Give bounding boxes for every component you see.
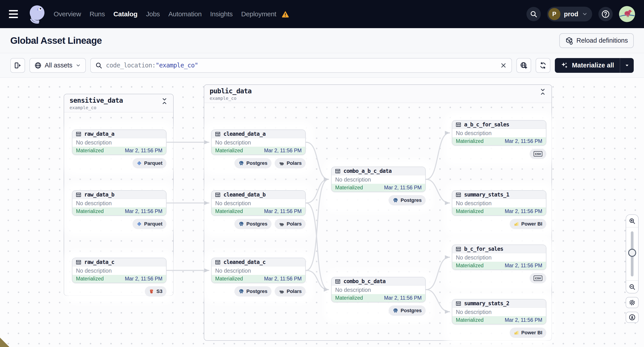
- table-icon: [76, 192, 82, 198]
- tag-row: Power BI: [452, 328, 546, 338]
- status-timestamp[interactable]: Mar 2, 11:56 PM: [505, 138, 542, 144]
- asset-node-summary_stats_2[interactable]: summary_stats_2 No description Materiali…: [452, 299, 546, 325]
- tag-polars[interactable]: Polars: [275, 158, 306, 168]
- edge-combo_b_c_data-b_c_for_sales: [426, 257, 450, 290]
- nav-catalog[interactable]: Catalog: [113, 10, 138, 18]
- table-icon: [456, 122, 462, 128]
- refresh-button[interactable]: [536, 58, 550, 73]
- tag-postgres[interactable]: Postgres: [234, 219, 272, 229]
- zoom-slider[interactable]: [626, 227, 638, 281]
- tag-csv[interactable]: csv: [530, 273, 546, 283]
- postgres-icon: [238, 160, 244, 166]
- tag-row: S3: [72, 286, 166, 297]
- tag-postgres[interactable]: Postgres: [234, 286, 272, 297]
- environment-switcher[interactable]: P prod: [547, 7, 592, 21]
- tag-row: Postgres Polars: [211, 158, 306, 168]
- nav-runs[interactable]: Runs: [90, 10, 105, 18]
- status-timestamp[interactable]: Mar 2, 11:56 PM: [384, 185, 422, 191]
- status-timestamp[interactable]: Mar 2, 11:56 PM: [264, 276, 302, 282]
- status-timestamp[interactable]: Mar 2, 11:56 PM: [505, 208, 542, 214]
- tag-postgres[interactable]: Postgres: [234, 158, 272, 168]
- tag-row: Parquet: [72, 158, 166, 168]
- gear-icon: [628, 299, 636, 306]
- search-query-prefix: code_location:: [106, 62, 156, 69]
- asset-node-b_c_for_sales[interactable]: b_c_for_sales No description Materialize…: [452, 245, 546, 270]
- chevron-down-icon: [582, 11, 588, 17]
- user-avatar[interactable]: [619, 6, 635, 22]
- clear-search-button[interactable]: [500, 62, 507, 69]
- help-button[interactable]: [598, 7, 613, 21]
- toggle-sidebar-button[interactable]: [10, 58, 25, 73]
- zoom-out-button[interactable]: [626, 281, 638, 293]
- zoom-in-button[interactable]: [626, 215, 638, 227]
- status-timestamp[interactable]: Mar 2, 11:56 PM: [264, 148, 302, 154]
- warning-icon[interactable]: [282, 10, 289, 18]
- asset-search-input[interactable]: code_location:"example_co": [90, 58, 512, 73]
- status-timestamp[interactable]: Mar 2, 11:56 PM: [125, 276, 162, 282]
- zoom-out-icon: [628, 283, 636, 291]
- asset-node-combo_b_c_data[interactable]: combo_b_c_data No description Materializ…: [331, 277, 426, 302]
- reload-definitions-button[interactable]: Reload definitions: [559, 33, 634, 48]
- asset-description: No description: [452, 308, 546, 316]
- nav-jobs[interactable]: Jobs: [146, 10, 160, 18]
- asset-name: combo_a_b_c_data: [344, 168, 392, 174]
- nav-overview[interactable]: Overview: [54, 10, 81, 18]
- tag-postgres[interactable]: Postgres: [388, 306, 426, 316]
- materialize-options-caret[interactable]: [620, 58, 634, 73]
- dagster-logo[interactable]: [26, 3, 48, 25]
- status-timestamp[interactable]: Mar 2, 11:56 PM: [125, 208, 162, 214]
- top-nav: Overview Runs Catalog Jobs Automation In…: [0, 0, 644, 28]
- status-timestamp[interactable]: Mar 2, 11:56 PM: [125, 148, 162, 154]
- tag-powerbi[interactable]: Power BI: [510, 328, 546, 338]
- asset-node-cleaned_data_a[interactable]: cleaned_data_a No description Materializ…: [211, 129, 306, 155]
- polars-icon: [279, 160, 284, 166]
- asset-filter-dropdown[interactable]: All assets: [30, 58, 86, 73]
- status-materialized: Materialized: [76, 276, 104, 282]
- nav-insights[interactable]: Insights: [210, 10, 232, 18]
- status-materialized: Materialized: [456, 208, 484, 214]
- materialize-all-button[interactable]: Materialize all: [555, 58, 634, 73]
- status-timestamp[interactable]: Mar 2, 11:56 PM: [264, 208, 302, 214]
- tag-csv[interactable]: csv: [530, 149, 546, 159]
- asset-node-cleaned_data_c[interactable]: cleaned_data_c No description Materializ…: [211, 258, 306, 283]
- status-timestamp[interactable]: Mar 2, 11:56 PM: [384, 295, 422, 301]
- asset-node-raw_data_a[interactable]: raw_data_a No description Materialized M…: [72, 129, 166, 155]
- status-timestamp[interactable]: Mar 2, 11:56 PM: [505, 317, 542, 323]
- nav-automation[interactable]: Automation: [168, 10, 202, 18]
- asset-node-combo_a_b_c_data[interactable]: combo_a_b_c_data No description Material…: [331, 167, 426, 192]
- asset-node-summary_stats_1[interactable]: summary_stats_1 No description Materiali…: [452, 190, 546, 216]
- tag-postgres[interactable]: Postgres: [388, 195, 426, 205]
- asset-description: No description: [452, 253, 546, 262]
- lineage-canvas[interactable]: sensitive_data example_co public_data ex…: [0, 78, 644, 347]
- asset-node-cleaned_data_b[interactable]: cleaned_data_b No description Materializ…: [211, 190, 306, 216]
- asset-name: cleaned_data_a: [224, 131, 266, 137]
- download-graph-button[interactable]: [626, 312, 639, 323]
- tag-s3[interactable]: S3: [145, 286, 166, 297]
- graph-settings-button[interactable]: [626, 297, 639, 308]
- zoom-slider-handle[interactable]: [628, 249, 636, 257]
- nav-deployment[interactable]: Deployment: [241, 10, 276, 18]
- tag-parquet[interactable]: Parquet: [132, 219, 166, 229]
- table-icon: [215, 192, 221, 198]
- asset-node-raw_data_c[interactable]: raw_data_c No description Materialized M…: [72, 258, 166, 283]
- powerbi-icon: [514, 330, 519, 336]
- global-search-button[interactable]: [526, 7, 541, 21]
- status-materialized: Materialized: [76, 208, 104, 214]
- asset-node-raw_data_b[interactable]: raw_data_b No description Materialized M…: [72, 190, 166, 216]
- asset-description: No description: [212, 138, 305, 147]
- hamburger-menu-button[interactable]: [9, 7, 22, 21]
- tag-powerbi[interactable]: Power BI: [510, 219, 546, 229]
- new-asset-group-button[interactable]: [516, 58, 531, 73]
- status-materialized: Materialized: [456, 263, 484, 269]
- asset-description: No description: [452, 129, 546, 137]
- table-icon: [456, 301, 462, 307]
- tag-parquet[interactable]: Parquet: [132, 158, 166, 168]
- status-timestamp[interactable]: Mar 2, 11:56 PM: [505, 263, 542, 269]
- tag-polars[interactable]: Polars: [275, 219, 306, 229]
- page-title: Global Asset Lineage: [10, 35, 102, 46]
- asset-name: raw_data_c: [84, 259, 114, 265]
- asset-node-a_b_c_for_sales[interactable]: a_b_c_for_sales No description Materiali…: [452, 120, 546, 146]
- tag-polars[interactable]: Polars: [275, 286, 306, 297]
- tag-row: Postgres Polars: [211, 286, 306, 297]
- polars-icon: [279, 289, 284, 294]
